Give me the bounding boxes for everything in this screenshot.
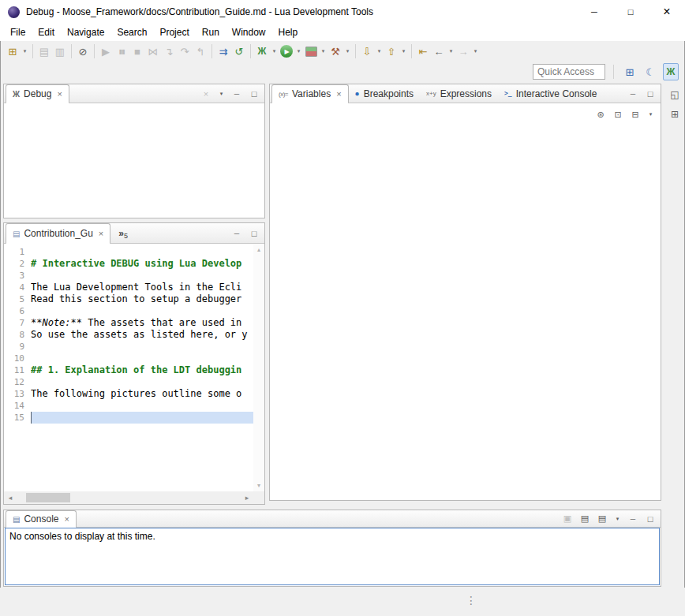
close-icon[interactable]: × xyxy=(57,89,62,99)
tab-contribution-guide[interactable]: ▤ Contribution_Gu × xyxy=(6,223,110,243)
forward-button[interactable]: → xyxy=(455,43,471,60)
tab-debug[interactable]: Ж Debug × xyxy=(6,84,69,103)
editor-line[interactable]: 12 xyxy=(4,376,253,388)
lua-perspective-button[interactable]: ☾ xyxy=(642,63,658,80)
close-icon[interactable]: × xyxy=(336,89,341,99)
step-into-button[interactable]: ↴ xyxy=(161,43,177,60)
previous-annotation-button[interactable]: ⇧ xyxy=(384,43,399,60)
step-return-button[interactable]: ↰ xyxy=(193,43,208,60)
run-button[interactable]: ▶ xyxy=(280,45,293,58)
pin-console-button[interactable]: ▣ xyxy=(562,513,573,525)
tab-iconsole[interactable]: >_Interactive Console xyxy=(498,84,603,103)
editor-lines[interactable]: 12# Interactive DEBUG using Lua Develop3… xyxy=(4,246,253,491)
menu-search[interactable]: Search xyxy=(110,24,153,40)
maximize-view-icon[interactable]: □ xyxy=(249,227,260,240)
minimize-view-icon[interactable]: ─ xyxy=(627,88,638,100)
editor-line[interactable]: 13The following pictures outline some o xyxy=(4,388,253,400)
external-tools-dropdown[interactable]: ▾ xyxy=(343,43,352,60)
editor-line[interactable]: 11## 1. Explanation of the LDT debuggin xyxy=(4,364,253,376)
editor-line[interactable]: 10 xyxy=(4,353,253,364)
collapse-all-button[interactable]: ⊟ xyxy=(630,108,641,121)
tab-expressions[interactable]: x+yExpressions xyxy=(420,84,498,103)
coverage-button[interactable]: ▥ xyxy=(305,47,317,57)
forward-dropdown[interactable]: ▾ xyxy=(471,43,480,60)
coverage-dropdown[interactable]: ▾ xyxy=(319,43,328,60)
editor-line[interactable]: 1 xyxy=(4,246,253,258)
close-icon[interactable]: × xyxy=(99,229,103,238)
menu-file[interactable]: File xyxy=(4,24,32,40)
view-menu-icon[interactable]: ▾ xyxy=(218,88,225,100)
use-step-filters-button[interactable]: ⇉ xyxy=(215,43,231,60)
menu-edit[interactable]: Edit xyxy=(32,24,61,40)
external-tools-button[interactable]: ⚒ xyxy=(328,43,343,60)
open-console-button[interactable]: ▤ xyxy=(597,513,608,525)
resume-button[interactable]: ▶ xyxy=(98,43,114,60)
editor-horizontal-scrollbar[interactable]: ◂ ▸ xyxy=(4,491,253,504)
menu-project[interactable]: Project xyxy=(153,24,195,40)
scroll-down-icon[interactable]: ▾ xyxy=(257,482,260,489)
debug-dropdown[interactable]: ▾ xyxy=(270,43,279,60)
minimize-view-icon[interactable]: ─ xyxy=(231,88,242,100)
next-annotation-button[interactable]: ⇩ xyxy=(359,43,375,60)
outline-view-icon[interactable]: ⊞ xyxy=(668,107,682,121)
editor-vertical-scrollbar[interactable]: ▴ ▾ xyxy=(253,244,264,491)
editor-line[interactable]: 3 xyxy=(4,270,253,282)
show-type-names-button[interactable]: ⊡ xyxy=(612,108,623,121)
menu-navigate[interactable]: Navigate xyxy=(61,24,110,40)
debug-button[interactable]: Ж xyxy=(254,43,270,60)
hidden-tabs-chevron[interactable]: »5 xyxy=(118,223,128,243)
minimize-view-icon[interactable]: ─ xyxy=(627,513,638,525)
scrollbar-track[interactable] xyxy=(17,491,241,504)
next-annotation-dropdown[interactable]: ▾ xyxy=(375,43,384,60)
display-selected-console-button[interactable]: ▤ xyxy=(579,513,590,525)
menu-window[interactable]: Window xyxy=(226,24,272,40)
statusbar-grip[interactable]: ⋮ xyxy=(466,594,477,607)
editor-line[interactable]: 8So use the assets as listed here, or y xyxy=(4,329,253,341)
debug-perspective-button[interactable]: Ж xyxy=(663,63,679,80)
close-window-button[interactable]: × xyxy=(649,0,685,24)
scroll-left-icon[interactable]: ◂ xyxy=(4,494,17,502)
new-wizard-dropdown[interactable]: ▾ xyxy=(21,43,29,60)
editor-line[interactable]: 2# Interactive DEBUG using Lua Develop xyxy=(4,258,253,270)
scroll-up-icon[interactable]: ▴ xyxy=(257,246,260,253)
new-wizard-button[interactable]: ⊞ xyxy=(5,43,21,60)
editor-line[interactable]: 7**Note:** The assets that are used in xyxy=(4,317,253,329)
open-console-dropdown[interactable]: ▾ xyxy=(614,513,621,525)
remove-all-terminated-button[interactable]: × xyxy=(200,88,211,100)
close-icon[interactable]: × xyxy=(64,514,69,524)
save-button[interactable]: ▤ xyxy=(36,43,52,60)
editor-line[interactable]: 9 xyxy=(4,341,253,353)
show-logical-structures-button[interactable]: ⊛ xyxy=(595,108,606,121)
maximize-view-icon[interactable]: □ xyxy=(645,513,656,525)
restart-button[interactable]: ↺ xyxy=(231,43,247,60)
open-perspective-button[interactable]: ⊞ xyxy=(622,63,638,80)
skip-all-breakpoints-button[interactable]: ⊘ xyxy=(75,43,91,60)
tab-breakpoints[interactable]: ●Breakpoints xyxy=(349,84,420,103)
terminate-button[interactable]: ■ xyxy=(129,43,145,60)
minimize-window-button[interactable]: ─ xyxy=(576,0,612,24)
maximize-window-button[interactable]: □ xyxy=(612,0,649,24)
back-button[interactable]: ← xyxy=(431,43,447,60)
maximize-view-icon[interactable]: □ xyxy=(249,88,260,100)
editor-line[interactable]: 5Read this section to setup a debugger xyxy=(4,293,253,305)
menu-run[interactable]: Run xyxy=(196,24,226,40)
editor-line[interactable]: 15 xyxy=(4,412,253,424)
back-dropdown[interactable]: ▾ xyxy=(447,43,455,60)
maximize-view-icon[interactable]: □ xyxy=(645,88,656,100)
run-dropdown[interactable]: ▾ xyxy=(294,43,303,60)
minimize-view-icon[interactable]: ─ xyxy=(231,227,242,240)
editor-line[interactable]: 4The Lua Development Tools in the Ecli xyxy=(4,282,253,293)
tab-console[interactable]: ▤ Console × xyxy=(6,510,77,527)
console-output[interactable]: No consoles to display at this time. xyxy=(5,528,660,585)
menu-help[interactable]: Help xyxy=(272,24,305,40)
editor-line[interactable]: 6 xyxy=(4,305,253,317)
quick-access-input[interactable] xyxy=(533,64,605,80)
save-all-button[interactable]: ▥ xyxy=(52,43,68,60)
step-over-button[interactable]: ↷ xyxy=(177,43,193,60)
scroll-right-icon[interactable]: ▸ xyxy=(241,494,253,502)
scrollbar-thumb[interactable] xyxy=(26,493,70,502)
last-edit-location-button[interactable]: ⇤ xyxy=(415,43,431,60)
suspend-button[interactable]: ▮▮ xyxy=(114,43,129,60)
editor-line[interactable]: 14 xyxy=(4,400,253,412)
previous-annotation-dropdown[interactable]: ▾ xyxy=(399,43,408,60)
